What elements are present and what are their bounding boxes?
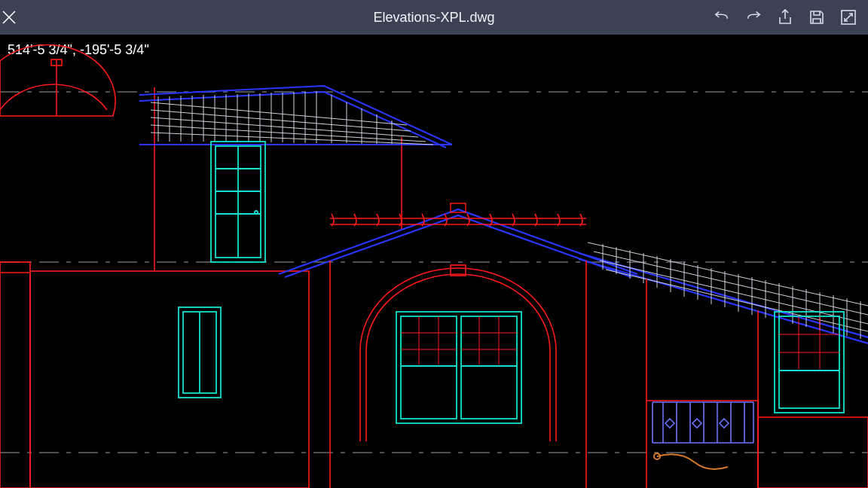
app-toolbar: Elevations-XPL.dwg <box>0 0 868 35</box>
close-button[interactable] <box>0 8 18 26</box>
toolbar-actions <box>713 8 868 26</box>
svg-rect-96 <box>779 316 839 408</box>
svg-rect-78 <box>396 312 521 423</box>
cad-drawing <box>0 35 868 488</box>
svg-rect-80 <box>461 316 517 419</box>
redo-icon[interactable] <box>744 8 763 26</box>
svg-line-52 <box>606 270 868 331</box>
share-icon[interactable] <box>776 8 794 26</box>
svg-rect-79 <box>401 316 457 419</box>
svg-point-44 <box>255 211 258 214</box>
undo-icon[interactable] <box>713 8 731 26</box>
svg-line-17 <box>151 133 433 145</box>
svg-rect-8 <box>0 262 30 488</box>
svg-line-51 <box>600 261 868 324</box>
save-icon[interactable] <box>808 8 826 26</box>
fullscreen-icon[interactable] <box>839 8 857 26</box>
drawing-viewport[interactable]: 514'-5 3/4", -195'-5 3/4" <box>0 35 868 488</box>
svg-rect-10 <box>30 271 309 488</box>
svg-line-50 <box>594 252 868 315</box>
